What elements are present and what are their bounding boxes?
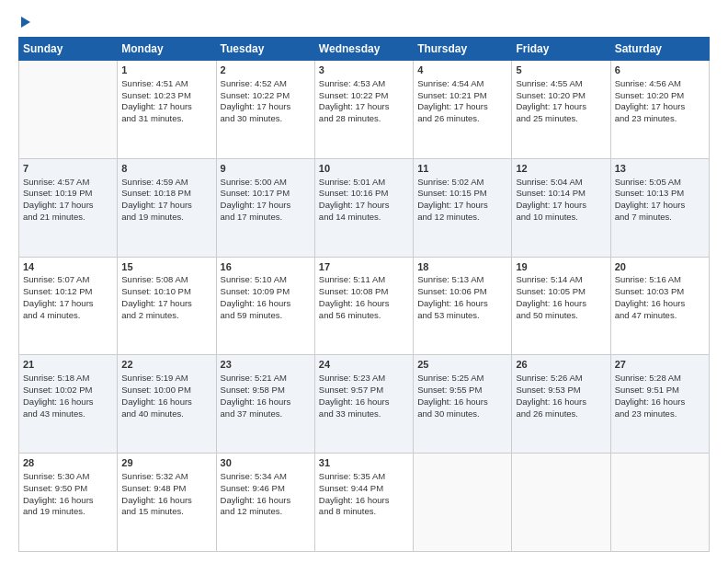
- day-info: Sunrise: 5:10 AM Sunset: 10:09 PM Daylig…: [221, 274, 311, 321]
- day-info: Sunrise: 5:07 AM Sunset: 10:12 PM Daylig…: [23, 274, 113, 321]
- day-info: Sunrise: 5:35 AM Sunset: 9:44 PM Dayligh…: [319, 471, 409, 518]
- calendar-cell: 9Sunrise: 5:00 AM Sunset: 10:17 PM Dayli…: [216, 158, 314, 257]
- day-info: Sunrise: 4:55 AM Sunset: 10:20 PM Daylig…: [516, 78, 606, 125]
- day-info: Sunrise: 5:26 AM Sunset: 9:53 PM Dayligh…: [516, 373, 606, 419]
- calendar-week-row: 7Sunrise: 4:57 AM Sunset: 10:19 PM Dayli…: [19, 158, 710, 257]
- logo-arrow-icon: [21, 17, 30, 28]
- day-number: 17: [319, 260, 409, 274]
- calendar-cell: 21Sunrise: 5:18 AM Sunset: 10:02 PM Dayl…: [19, 355, 118, 454]
- day-info: Sunrise: 4:57 AM Sunset: 10:19 PM Daylig…: [23, 177, 113, 224]
- weekday-header-tuesday: Tuesday: [216, 38, 314, 61]
- calendar-cell: [19, 61, 118, 159]
- calendar-cell: 30Sunrise: 5:34 AM Sunset: 9:46 PM Dayli…: [216, 454, 314, 552]
- day-number: 31: [319, 456, 409, 470]
- calendar-cell: 1Sunrise: 4:51 AM Sunset: 10:23 PM Dayli…: [118, 61, 216, 159]
- day-info: Sunrise: 4:54 AM Sunset: 10:21 PM Daylig…: [417, 78, 507, 125]
- day-number: 9: [221, 162, 311, 176]
- calendar-cell: 10Sunrise: 5:01 AM Sunset: 10:16 PM Dayl…: [314, 158, 413, 257]
- calendar-cell: 13Sunrise: 5:05 AM Sunset: 10:13 PM Dayl…: [610, 158, 709, 257]
- day-info: Sunrise: 5:25 AM Sunset: 9:55 PM Dayligh…: [417, 373, 507, 419]
- day-info: Sunrise: 5:28 AM Sunset: 9:51 PM Dayligh…: [615, 373, 705, 419]
- calendar-cell: 11Sunrise: 5:02 AM Sunset: 10:15 PM Dayl…: [414, 158, 512, 257]
- day-number: 20: [615, 260, 705, 274]
- day-info: Sunrise: 5:21 AM Sunset: 9:58 PM Dayligh…: [221, 373, 311, 419]
- calendar-week-row: 28Sunrise: 5:30 AM Sunset: 9:50 PM Dayli…: [19, 454, 710, 552]
- day-info: Sunrise: 5:16 AM Sunset: 10:03 PM Daylig…: [615, 274, 705, 321]
- day-number: 21: [23, 358, 113, 372]
- day-number: 5: [516, 63, 606, 77]
- day-info: Sunrise: 5:14 AM Sunset: 10:05 PM Daylig…: [516, 274, 606, 321]
- day-info: Sunrise: 5:04 AM Sunset: 10:14 PM Daylig…: [516, 177, 606, 224]
- day-number: 16: [221, 260, 311, 274]
- day-info: Sunrise: 5:19 AM Sunset: 10:00 PM Daylig…: [121, 373, 211, 419]
- calendar-cell: 25Sunrise: 5:25 AM Sunset: 9:55 PM Dayli…: [414, 355, 512, 454]
- day-info: Sunrise: 5:00 AM Sunset: 10:17 PM Daylig…: [221, 177, 311, 224]
- day-info: Sunrise: 5:32 AM Sunset: 9:48 PM Dayligh…: [121, 471, 211, 518]
- weekday-header-friday: Friday: [512, 38, 610, 61]
- day-number: 23: [221, 358, 311, 372]
- calendar-cell: 17Sunrise: 5:11 AM Sunset: 10:08 PM Dayl…: [314, 257, 413, 355]
- weekday-header-saturday: Saturday: [610, 38, 709, 61]
- day-number: 24: [319, 358, 409, 372]
- calendar-cell: 3Sunrise: 4:53 AM Sunset: 10:22 PM Dayli…: [314, 61, 413, 159]
- day-number: 30: [221, 456, 311, 470]
- day-number: 27: [615, 358, 705, 372]
- day-info: Sunrise: 5:34 AM Sunset: 9:46 PM Dayligh…: [221, 471, 311, 518]
- day-number: 18: [417, 260, 507, 274]
- calendar-cell: 18Sunrise: 5:13 AM Sunset: 10:06 PM Dayl…: [414, 257, 512, 355]
- day-info: Sunrise: 5:05 AM Sunset: 10:13 PM Daylig…: [615, 177, 705, 224]
- day-info: Sunrise: 5:23 AM Sunset: 9:57 PM Dayligh…: [319, 373, 409, 419]
- day-number: 4: [417, 63, 507, 77]
- day-info: Sunrise: 5:18 AM Sunset: 10:02 PM Daylig…: [23, 373, 113, 419]
- calendar-cell: 6Sunrise: 4:56 AM Sunset: 10:20 PM Dayli…: [610, 61, 709, 159]
- calendar-cell: [610, 454, 709, 552]
- calendar-cell: 5Sunrise: 4:55 AM Sunset: 10:20 PM Dayli…: [512, 61, 610, 159]
- header: [18, 15, 710, 28]
- day-info: Sunrise: 4:52 AM Sunset: 10:22 PM Daylig…: [221, 78, 311, 125]
- calendar-cell: 14Sunrise: 5:07 AM Sunset: 10:12 PM Dayl…: [19, 257, 118, 355]
- calendar-cell: 19Sunrise: 5:14 AM Sunset: 10:05 PM Dayl…: [512, 257, 610, 355]
- day-number: 26: [516, 358, 606, 372]
- page: SundayMondayTuesdayWednesdayThursdayFrid…: [0, 0, 728, 563]
- day-number: 12: [516, 162, 606, 176]
- calendar-table: SundayMondayTuesdayWednesdayThursdayFrid…: [18, 37, 710, 552]
- day-info: Sunrise: 4:59 AM Sunset: 10:18 PM Daylig…: [121, 177, 211, 224]
- day-number: 15: [121, 260, 211, 274]
- weekday-header-sunday: Sunday: [19, 38, 118, 61]
- day-number: 1: [121, 63, 211, 77]
- day-info: Sunrise: 5:08 AM Sunset: 10:10 PM Daylig…: [121, 274, 211, 321]
- day-number: 22: [121, 358, 211, 372]
- weekday-header-wednesday: Wednesday: [314, 38, 413, 61]
- calendar-cell: 22Sunrise: 5:19 AM Sunset: 10:00 PM Dayl…: [118, 355, 216, 454]
- day-number: 28: [23, 456, 113, 470]
- day-info: Sunrise: 5:01 AM Sunset: 10:16 PM Daylig…: [319, 177, 409, 224]
- weekday-header-monday: Monday: [118, 38, 216, 61]
- day-number: 8: [121, 162, 211, 176]
- calendar-week-row: 21Sunrise: 5:18 AM Sunset: 10:02 PM Dayl…: [19, 355, 710, 454]
- day-number: 11: [417, 162, 507, 176]
- calendar-cell: 27Sunrise: 5:28 AM Sunset: 9:51 PM Dayli…: [610, 355, 709, 454]
- calendar-cell: 31Sunrise: 5:35 AM Sunset: 9:44 PM Dayli…: [314, 454, 413, 552]
- logo: [18, 15, 30, 28]
- calendar-cell: 2Sunrise: 4:52 AM Sunset: 10:22 PM Dayli…: [216, 61, 314, 159]
- calendar-cell: [414, 454, 512, 552]
- calendar-cell: [512, 454, 610, 552]
- day-number: 25: [417, 358, 507, 372]
- day-number: 29: [121, 456, 211, 470]
- day-number: 10: [319, 162, 409, 176]
- day-info: Sunrise: 5:11 AM Sunset: 10:08 PM Daylig…: [319, 274, 409, 321]
- calendar-cell: 20Sunrise: 5:16 AM Sunset: 10:03 PM Dayl…: [610, 257, 709, 355]
- calendar-cell: 23Sunrise: 5:21 AM Sunset: 9:58 PM Dayli…: [216, 355, 314, 454]
- calendar-cell: 24Sunrise: 5:23 AM Sunset: 9:57 PM Dayli…: [314, 355, 413, 454]
- day-number: 2: [221, 63, 311, 77]
- calendar-cell: 29Sunrise: 5:32 AM Sunset: 9:48 PM Dayli…: [118, 454, 216, 552]
- day-info: Sunrise: 4:53 AM Sunset: 10:22 PM Daylig…: [319, 78, 409, 125]
- day-info: Sunrise: 4:56 AM Sunset: 10:20 PM Daylig…: [615, 78, 705, 125]
- weekday-header-thursday: Thursday: [414, 38, 512, 61]
- day-number: 6: [615, 63, 705, 77]
- day-number: 19: [516, 260, 606, 274]
- calendar-cell: 15Sunrise: 5:08 AM Sunset: 10:10 PM Dayl…: [118, 257, 216, 355]
- calendar-cell: 16Sunrise: 5:10 AM Sunset: 10:09 PM Dayl…: [216, 257, 314, 355]
- day-number: 13: [615, 162, 705, 176]
- day-info: Sunrise: 5:30 AM Sunset: 9:50 PM Dayligh…: [23, 471, 113, 518]
